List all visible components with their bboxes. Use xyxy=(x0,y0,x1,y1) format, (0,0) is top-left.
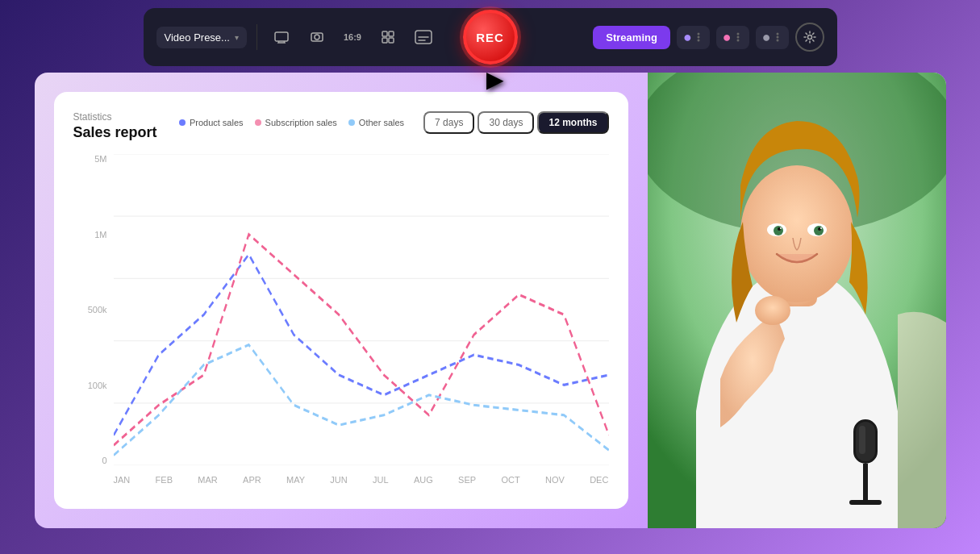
stat-label: Statistics xyxy=(73,111,157,123)
y-label-500k: 500k xyxy=(88,305,107,314)
x-axis-labels: JAN FEB MAR APR MAY JUN JUL AUG SEP OCT … xyxy=(114,470,609,489)
svg-point-27 xyxy=(740,165,853,302)
chart-title: Sales report xyxy=(73,124,157,141)
svg-point-35 xyxy=(820,227,822,229)
filter-12months[interactable]: 12 months xyxy=(537,111,608,134)
subscription-sales-line xyxy=(114,235,609,445)
audio-icon[interactable]: ● xyxy=(762,29,771,46)
svg-rect-40 xyxy=(863,464,868,504)
legend-label-other: Other sales xyxy=(359,118,404,127)
time-filters: 7 days 30 days 12 months xyxy=(423,111,608,134)
svg-rect-4 xyxy=(389,31,394,36)
legend-dot-subscription xyxy=(255,119,261,126)
x-oct: OCT xyxy=(501,475,519,485)
ratio-icon[interactable]: 16:9 xyxy=(338,23,367,52)
camera-group: ● xyxy=(677,26,710,49)
svg-point-14 xyxy=(776,33,778,35)
outer-background: Video Prese... ▾ 16:9 xyxy=(0,0,980,554)
svg-point-2 xyxy=(315,35,319,40)
filter-7days[interactable]: 7 days xyxy=(423,111,474,134)
x-may: MAY xyxy=(286,475,305,485)
legend-label-product: Product sales xyxy=(190,118,244,127)
x-mar: MAR xyxy=(198,475,217,485)
person-svg xyxy=(648,73,946,528)
cursor-icon: ▶ xyxy=(486,66,504,93)
y-label-5m: 5M xyxy=(94,154,106,164)
chart-panel: Statistics Sales report Product sales Su… xyxy=(35,73,648,528)
mic-icon[interactable]: ● xyxy=(723,29,732,46)
camera-dots-icon xyxy=(694,32,703,42)
filter-30days[interactable]: 30 days xyxy=(477,111,534,134)
chart-area: 5M 1M 500k 100k 0 xyxy=(73,154,609,489)
nodistractions-icon[interactable] xyxy=(373,23,402,52)
webcam-icon[interactable] xyxy=(302,23,332,52)
streaming-button[interactable]: Streaming xyxy=(593,26,670,49)
svg-rect-0 xyxy=(275,32,288,41)
caption-icon[interactable] xyxy=(409,23,438,52)
y-label-1m: 1M xyxy=(94,230,106,240)
svg-point-8 xyxy=(697,33,699,35)
chart-svg xyxy=(114,154,609,465)
svg-point-12 xyxy=(736,36,739,39)
preset-selector[interactable]: Video Prese... ▾ xyxy=(156,27,247,48)
svg-point-15 xyxy=(776,36,778,39)
x-nov: NOV xyxy=(545,475,565,485)
other-sales-line xyxy=(114,345,609,456)
svg-point-30 xyxy=(774,226,783,235)
x-sep: SEP xyxy=(458,475,476,485)
camera-icon[interactable]: ● xyxy=(683,29,692,46)
legend-dot-product xyxy=(179,119,186,126)
x-apr: APR xyxy=(243,475,261,485)
mic-dots-icon xyxy=(733,32,743,42)
product-sales-line xyxy=(114,255,609,435)
person-background xyxy=(648,73,946,528)
x-dec: DEC xyxy=(590,475,608,485)
svg-rect-3 xyxy=(382,31,387,36)
y-label-0: 0 xyxy=(102,456,106,465)
preset-label: Video Prese... xyxy=(165,31,230,44)
chart-svg-wrapper xyxy=(114,154,609,465)
screen-icon[interactable] xyxy=(267,23,296,52)
y-axis-labels: 5M 1M 500k 100k 0 xyxy=(73,154,114,465)
audio-dots-icon xyxy=(773,32,782,42)
legend-dot-other xyxy=(348,119,355,126)
svg-rect-5 xyxy=(382,38,387,43)
legend-product: Product sales xyxy=(179,118,244,127)
svg-point-11 xyxy=(736,33,739,35)
chart-header: Statistics Sales report Product sales Su… xyxy=(73,111,609,141)
svg-point-17 xyxy=(807,35,811,40)
legend-other: Other sales xyxy=(348,118,404,127)
svg-point-13 xyxy=(736,40,739,42)
person-panel xyxy=(648,73,946,528)
svg-point-34 xyxy=(780,227,782,229)
y-label-100k: 100k xyxy=(88,381,107,390)
main-content: Statistics Sales report Product sales Su… xyxy=(35,73,946,528)
svg-rect-41 xyxy=(849,500,882,505)
x-jun: JUN xyxy=(330,475,347,485)
x-feb: FEB xyxy=(156,475,173,485)
separator xyxy=(256,24,257,50)
mic-group: ● xyxy=(716,26,749,49)
x-jul: JUL xyxy=(373,475,389,485)
toolbar: Video Prese... ▾ 16:9 xyxy=(144,8,837,66)
chart-title-section: Statistics Sales report xyxy=(73,111,157,141)
legend-label-subscription: Subscription sales xyxy=(265,118,337,127)
rec-button[interactable]: REC xyxy=(463,10,518,65)
svg-point-31 xyxy=(814,226,824,235)
audio-group: ● xyxy=(756,26,789,49)
svg-rect-39 xyxy=(859,426,865,454)
settings-button[interactable] xyxy=(795,23,824,52)
x-jan: JAN xyxy=(114,475,131,485)
chart-card: Statistics Sales report Product sales Su… xyxy=(54,92,628,509)
svg-point-16 xyxy=(776,40,778,42)
chart-legend: Product sales Subscription sales Other s… xyxy=(179,118,404,127)
x-aug: AUG xyxy=(414,475,433,485)
svg-point-36 xyxy=(755,296,790,325)
svg-point-10 xyxy=(697,40,699,42)
chevron-down-icon: ▾ xyxy=(235,33,239,42)
svg-point-9 xyxy=(697,36,699,39)
svg-rect-6 xyxy=(389,38,394,43)
legend-subscription: Subscription sales xyxy=(255,118,337,127)
